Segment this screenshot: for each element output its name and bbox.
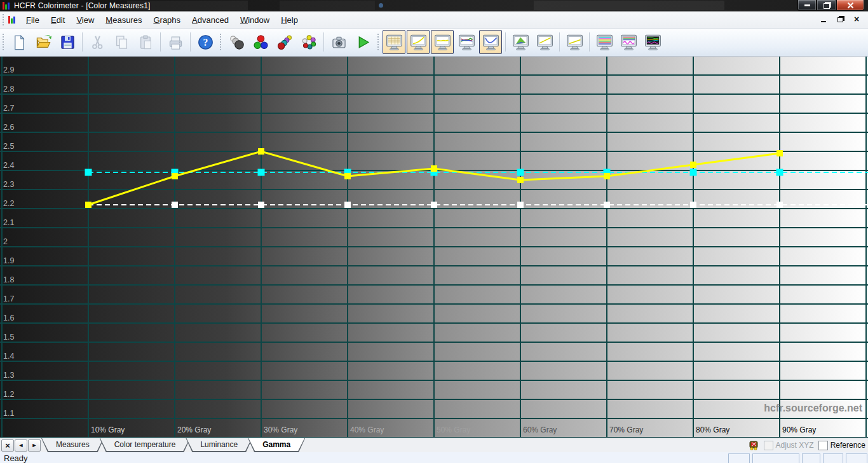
saturation-shift-view-icon: [620, 34, 637, 51]
rgb-levels-view-button[interactable]: [593, 30, 616, 54]
svg-text:2.8: 2.8: [3, 85, 14, 93]
menu-graphs[interactable]: Graphs: [147, 13, 186, 27]
svg-text:40% Gray: 40% Gray: [350, 425, 384, 434]
tab-color-temperature[interactable]: Color temperature: [100, 438, 191, 452]
menu-file[interactable]: File: [20, 13, 45, 27]
svg-text:2.7: 2.7: [3, 104, 14, 113]
snapshot-camera-button[interactable]: [327, 30, 350, 54]
svg-text:1.1: 1.1: [3, 409, 14, 418]
new-document-icon: [11, 34, 28, 51]
menu-edit[interactable]: Edit: [45, 13, 71, 27]
menu-help[interactable]: Help: [275, 13, 304, 27]
measures-toolbar-grip[interactable]: [219, 34, 222, 50]
svg-text:2.1: 2.1: [3, 218, 14, 227]
mdi-minimize-button[interactable]: [817, 13, 830, 25]
menu-window[interactable]: Window: [234, 13, 275, 27]
toolbar-separator: [82, 32, 83, 52]
restore-icon: [824, 3, 830, 9]
grayscale-curve-view-button[interactable]: [533, 30, 556, 54]
toolbar-separator: [505, 32, 506, 52]
menu-advanced[interactable]: Advanced: [186, 13, 234, 27]
toolbar-separator: [160, 32, 161, 52]
help-about-button[interactable]: ?: [194, 30, 217, 54]
menu-view[interactable]: View: [71, 13, 100, 27]
svg-text:1.6: 1.6: [3, 314, 14, 322]
run-measures-button[interactable]: [351, 30, 374, 54]
mdi-restore-button[interactable]: [834, 13, 846, 25]
adjust-xyz-label: Adjust XYZ: [776, 441, 814, 450]
close-view-button[interactable]: ×: [1, 439, 14, 452]
tab-luminance[interactable]: Luminance: [186, 438, 252, 452]
nearblack-curve-view-button[interactable]: [563, 30, 586, 54]
mdi-close-button[interactable]: ×: [850, 13, 863, 25]
gamma-curve-view-button[interactable]: [407, 30, 430, 54]
paste-button[interactable]: [134, 30, 157, 54]
rgb-curves-view-icon: [458, 34, 475, 51]
mdi-restore-icon: [837, 17, 843, 22]
reference-gamma-series: [85, 202, 868, 208]
open-file-button[interactable]: [32, 30, 55, 54]
free-colors-measure-icon: [301, 34, 318, 51]
measures-summary-view-button[interactable]: [641, 30, 664, 54]
minimize-button[interactable]: [797, 0, 817, 11]
new-document-button[interactable]: [8, 30, 31, 54]
luminance-curve-view-button[interactable]: [479, 30, 502, 54]
svg-text:80% Gray: 80% Gray: [696, 425, 729, 434]
rgb-levels-view-icon: [596, 34, 613, 51]
close-icon: [847, 2, 854, 9]
svg-text:2.6: 2.6: [3, 123, 14, 132]
secondaries-measure-button[interactable]: [273, 30, 296, 54]
cut-icon: [89, 34, 106, 51]
save-file-button[interactable]: [56, 30, 79, 54]
print-button[interactable]: [164, 30, 187, 54]
grayscale-measure-icon: [228, 34, 245, 51]
tab-gamma[interactable]: Gamma: [248, 438, 305, 452]
scroll-tabs-left-button[interactable]: ◄: [15, 439, 27, 452]
file-toolbar: ?: [0, 30, 217, 54]
menu-measures[interactable]: Measures: [100, 13, 147, 27]
file-toolbar-grip[interactable]: [2, 34, 5, 50]
background-window-ghost: [280, 1, 375, 10]
gamma-chart-canvas: 2.92.82.72.62.52.42.32.22.121.91.81.71.6…: [0, 56, 868, 438]
close-button[interactable]: [836, 0, 864, 11]
toolbar-separator: [190, 32, 191, 52]
tab-label: Measures: [42, 438, 104, 451]
copy-icon: [113, 34, 130, 51]
svg-text:2.9: 2.9: [3, 66, 14, 74]
gamma-variation-view-button[interactable]: [431, 30, 454, 54]
svg-text:90% Gray: 90% Gray: [782, 425, 816, 434]
window-title: HCFR Colorimeter - [Color Measures1]: [14, 1, 151, 10]
saturation-shift-view-button[interactable]: [617, 30, 640, 54]
copy-button[interactable]: [110, 30, 133, 54]
cut-button[interactable]: [86, 30, 109, 54]
measures-toolbar: [217, 30, 375, 54]
reference-controls: Adjust XYZ Reference: [749, 438, 865, 452]
toolbar-separator: [559, 32, 560, 52]
views-toolbar-grip[interactable]: [377, 34, 380, 50]
scroll-tabs-right-button[interactable]: ►: [28, 439, 41, 452]
mdi-minimize-icon: [821, 21, 826, 22]
primaries-measure-button[interactable]: [249, 30, 272, 54]
view-tab-bar: ×◄► MeasuresColor temperatureLuminanceGa…: [0, 438, 868, 452]
caption-buttons: [797, 0, 864, 11]
reference-checkbox[interactable]: [818, 441, 828, 450]
document-icon[interactable]: [8, 16, 17, 24]
tab-measures[interactable]: Measures: [41, 438, 104, 452]
grayscale-measure-button[interactable]: [225, 30, 248, 54]
svg-text:70% Gray: 70% Gray: [609, 425, 643, 434]
menubar-grip[interactable]: [2, 14, 5, 25]
rgb-curves-view-button[interactable]: [455, 30, 478, 54]
minimize-icon: [804, 4, 810, 6]
svg-text:2.3: 2.3: [3, 180, 14, 189]
sensor-icon: [749, 441, 759, 450]
cie-diagram-view-icon: [512, 34, 529, 51]
measures-grid-view-button[interactable]: [383, 30, 405, 54]
adjust-xyz-checkbox[interactable]: [764, 441, 773, 450]
svg-text:30% Gray: 30% Gray: [264, 425, 297, 434]
restore-button[interactable]: [817, 0, 836, 11]
help-about-icon: ?: [197, 34, 214, 51]
free-colors-measure-button[interactable]: [297, 30, 320, 54]
primaries-measure-icon: [252, 34, 269, 51]
run-measures-icon: [355, 34, 372, 51]
cie-diagram-view-button[interactable]: [509, 30, 532, 54]
